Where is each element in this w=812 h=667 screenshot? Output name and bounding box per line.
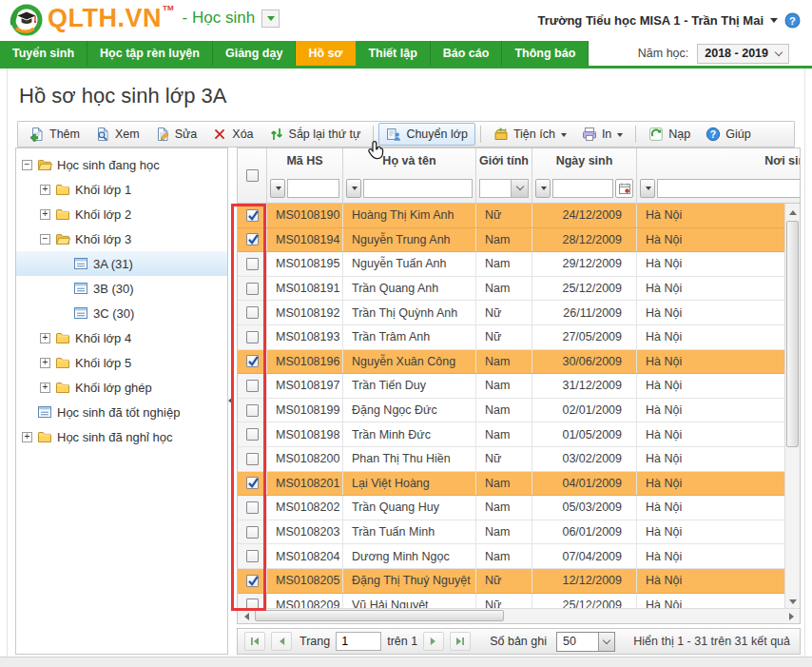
table-row[interactable]: MS0108191Trần Quang AnhNam25/12/2009Hà N… [238,277,801,302]
horizontal-scroll-thumb[interactable] [255,610,504,621]
previous-page-button[interactable] [271,632,292,651]
tree-item-hoc-sinh-da-tot-nghiep[interactable]: Học sinh đã tốt nghiệp [16,400,227,424]
row-checkbox[interactable] [246,306,259,319]
row-checkbox[interactable] [246,550,259,562]
filter-operator-button[interactable] [640,179,655,198]
table-row[interactable]: MS0108192Trần Thị Quỳnh AnhNữ26/11/2009H… [238,301,801,325]
collapse-minus-icon[interactable]: − [40,234,50,245]
tree-item-3a-31[interactable]: 3A (31) [16,251,227,276]
toolbar-button-xoa[interactable]: Xóa [204,123,261,146]
column-header-ho-va-ten[interactable]: Họ và tên [343,148,476,203]
nav-tab-giang-day[interactable]: Giảng dạy [213,41,296,66]
table-row[interactable]: MS0108205Đặng Thị Thuý NguyệtNữ12/12/200… [238,569,801,594]
tree-item-khoi-lop-5[interactable]: +Khối lớp 5 [16,350,227,375]
expand-plus-icon[interactable]: + [40,383,50,393]
scroll-left-icon[interactable] [238,609,253,623]
table-row[interactable]: MS0108204Dương Minh NgọcNam07/04/2009Hà … [238,544,801,569]
scroll-up-icon[interactable] [785,204,800,219]
row-checkbox[interactable] [246,477,259,489]
table-row[interactable]: MS0108195Nguyễn Tuấn AnhNam29/12/2009Hà … [238,252,801,277]
tree-item-khoi-lop-4[interactable]: +Khối lớp 4 [16,325,227,350]
select-all-checkbox[interactable] [246,169,259,182]
filter-input-name[interactable] [363,179,473,198]
table-row[interactable]: MS0108194Nguyễn Trung AnhNam28/12/2009Hà… [238,228,801,253]
row-checkbox[interactable] [246,575,259,587]
row-checkbox[interactable] [246,233,259,245]
row-checkbox[interactable] [246,258,259,270]
tree-item-3c-30[interactable]: 3C (30) [16,301,227,325]
nav-tab-thiet-lap[interactable]: Thiết lập [356,41,430,66]
row-checkbox[interactable] [246,501,259,514]
column-header-noi-sinh[interactable]: Nơi sinh [637,148,801,203]
table-row[interactable]: MS0108201Lại Việt HoàngNam04/01/2009Hà N… [238,472,801,497]
module-dropdown-button[interactable] [261,10,280,28]
nav-tab-hoc-tap-ren-luyen[interactable]: Học tập rèn luyện [87,41,213,66]
school-year-dropdown[interactable]: 2018 - 2019 [697,44,789,64]
table-row[interactable]: MS0108193Trần Trâm AnhNữ27/05/2009Hà Nội [238,325,801,350]
table-row[interactable]: MS0108199Đặng Ngọc ĐứcNam02/01/2009Hà Nộ… [238,399,801,423]
row-checkbox[interactable] [246,355,259,367]
collapse-panel-icon[interactable] [224,397,233,404]
table-row[interactable]: MS0108198Trần Minh ĐứcNam01/05/2009Hà Nộ… [238,422,801,447]
tree-item-hoc-sinh-da-nghi-hoc[interactable]: +Học sinh đã nghỉ học [16,424,227,449]
page-number-input[interactable] [336,632,381,651]
expand-plus-icon[interactable]: + [22,432,32,442]
column-header-ngay-sinh[interactable]: Ngày sinh [532,148,637,203]
tree-item-hoc-sinh-dang-hoc[interactable]: −Học sinh đang học [16,152,227,177]
column-header-ma-hs[interactable]: Mã HS [267,148,343,203]
row-checkbox[interactable] [246,404,259,417]
tree-item-khoi-lop-3[interactable]: −Khối lớp 3 [16,226,227,251]
last-page-button[interactable] [450,632,471,651]
filter-input-pob[interactable] [657,179,801,198]
expand-plus-icon[interactable]: + [40,209,50,220]
nav-tab-thong-bao[interactable]: Thông báo [502,41,589,66]
row-checkbox[interactable] [246,331,259,343]
toolbar-button-giup[interactable]: ?Giúp [698,123,758,146]
records-per-page-dropdown[interactable]: 50 [556,632,615,652]
toolbar-button-xem[interactable]: Xem [87,123,147,146]
table-row[interactable]: MS0108197Trần Tiến DuyNam31/12/2009Hà Nộ… [238,374,801,399]
filter-select-gender[interactable] [479,179,529,198]
expand-plus-icon[interactable]: + [40,333,50,343]
nav-tab-ho-so[interactable]: Hồ sơ [296,41,356,66]
row-checkbox[interactable] [246,283,259,295]
help-icon[interactable]: ? [784,12,801,29]
column-header-gioi-tinh[interactable]: Giới tính [476,148,532,203]
filter-operator-button[interactable] [535,179,551,198]
panel-splitter[interactable] [228,147,237,655]
toolbar-button-nap[interactable]: Nạp [641,123,698,146]
vertical-scroll-thumb[interactable] [786,221,799,447]
tree-item-khoi-lop-2[interactable]: +Khối lớp 2 [16,202,227,226]
row-checkbox[interactable] [246,209,259,222]
expand-plus-icon[interactable]: + [40,358,50,368]
tree-item-khoi-lop-1[interactable]: +Khối lớp 1 [16,177,227,202]
next-page-button[interactable] [423,632,444,651]
table-row[interactable]: MS0108200Phan Thị Thu HiềnNữ03/02/2009Hà… [238,447,801,472]
row-checkbox[interactable] [246,380,259,392]
filter-input-dob[interactable] [552,179,613,198]
tree-item-3b-30[interactable]: 3B (30) [16,276,227,301]
account-menu[interactable]: Trường Tiểu học MISA 1 - Trần Thị Mai ? [537,12,801,29]
toolbar-button-tien-ich[interactable]: Tiện ích [486,123,574,146]
table-row[interactable]: MS0108190Hoàng Thị Kim AnhNữ24/12/2009Hà… [238,204,801,228]
horizontal-scrollbar[interactable] [238,608,800,623]
first-page-button[interactable] [244,632,265,651]
tree-item-khoi-lop-ghep[interactable]: +Khối lớp ghép [16,375,227,400]
collapse-minus-icon[interactable]: − [22,160,32,170]
toolbar-button-chuyen-lop[interactable]: Chuyển lớp [378,123,474,146]
toolbar-button-in[interactable]: In [574,123,630,146]
toolbar-button-sua[interactable]: Sửa [147,123,205,146]
scroll-right-icon[interactable] [784,609,800,623]
toolbar-button-sap-lai-thu-tu[interactable]: Sắp lại thứ tự [261,123,369,146]
filter-input-code[interactable] [287,179,339,198]
nav-tab-bao-cao[interactable]: Báo cáo [431,41,503,66]
nav-tab-tuyen-sinh[interactable]: Tuyển sinh [0,41,87,66]
filter-operator-button[interactable] [346,179,361,198]
row-checkbox[interactable] [246,526,259,539]
table-row[interactable]: MS0108202Trần Quang HuyNam05/03/2009Hà N… [238,496,801,520]
vertical-scrollbar[interactable] [784,204,800,610]
calendar-icon[interactable] [615,179,633,198]
table-row[interactable]: MS0108203Trần Tuấn MinhNam06/01/2009Hà N… [238,520,801,545]
row-checkbox[interactable] [246,428,259,441]
toolbar-button-them[interactable]: Thêm [22,123,87,146]
